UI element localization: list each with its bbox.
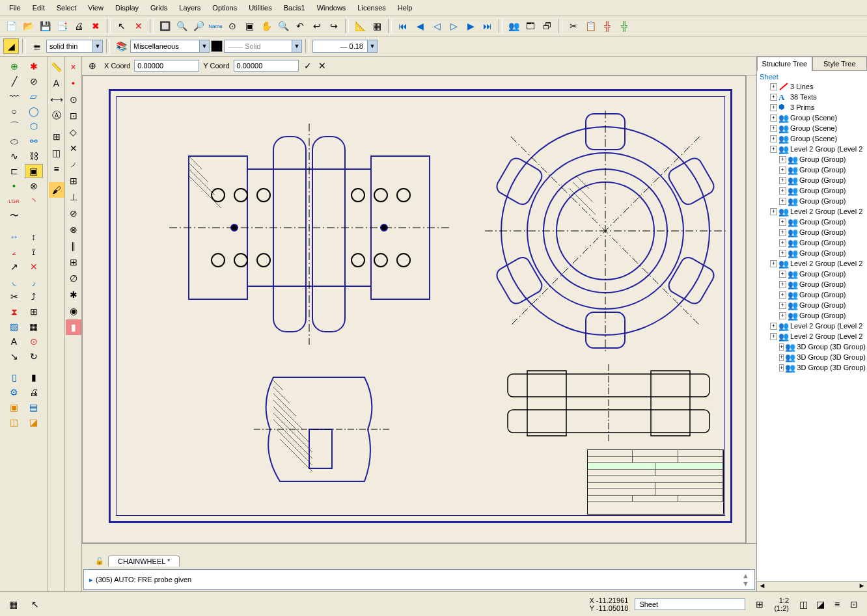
linestyle-combo[interactable]: —— Solid ▼	[224, 40, 302, 53]
last-icon[interactable]: ⏭	[480, 18, 495, 34]
expand-icon[interactable]: +	[770, 146, 777, 153]
tree-scroll-right-icon[interactable]: ►	[857, 582, 867, 591]
expand-icon[interactable]: +	[779, 198, 786, 205]
linetype-combo[interactable]: ▼	[46, 40, 103, 53]
menu-view[interactable]: View	[83, 2, 109, 14]
zoom-extents-icon[interactable]: ▣	[241, 18, 257, 34]
coord-apply-icon[interactable]: ✓	[303, 58, 313, 74]
zoom-window-icon[interactable]: 🔲	[157, 18, 172, 34]
menu-file[interactable]: File	[4, 2, 26, 14]
open-icon[interactable]: 📂	[20, 18, 36, 34]
tree-node[interactable]: +👥Group (Group)	[758, 154, 866, 165]
snap-quad-icon[interactable]: ◇	[66, 124, 81, 140]
zoom-out-icon[interactable]: 🔎	[191, 18, 206, 34]
dim-angle-icon[interactable]: ⦟	[5, 245, 23, 259]
move-icon[interactable]: ↘	[5, 349, 23, 364]
expand-icon[interactable]: +	[779, 167, 786, 174]
expand-icon[interactable]: +	[770, 114, 777, 122]
coord-mode-icon[interactable]: ⊕	[85, 58, 100, 74]
fillet-icon[interactable]: ◟	[5, 275, 23, 289]
constrain-icon[interactable]: ⊞	[49, 129, 64, 144]
pointer-icon[interactable]: ↖	[114, 18, 130, 34]
mirror-icon[interactable]: ⧗	[5, 304, 23, 319]
bezier-icon[interactable]: 〜	[5, 209, 23, 223]
brush-icon[interactable]: 🖌	[49, 182, 64, 198]
status-tree-icon[interactable]: ⊞	[752, 596, 767, 612]
snap2-icon[interactable]: ✱	[25, 59, 43, 74]
layers-icon[interactable]: ≣	[29, 38, 45, 54]
vtext-icon[interactable]: Ⓐ	[49, 108, 64, 124]
dropdown-icon[interactable]: ▼	[292, 40, 301, 52]
dim-h-icon[interactable]: ↔	[5, 230, 23, 244]
dim-v-icon[interactable]: ↕	[25, 230, 43, 244]
tool2-icon[interactable]: ◪	[25, 415, 43, 429]
expand-icon[interactable]: +	[770, 94, 777, 101]
gear-icon[interactable]: ⚙	[5, 385, 23, 399]
delete-icon[interactable]: ✕	[131, 18, 146, 34]
circle-icon[interactable]: ○	[5, 104, 23, 118]
print2-icon[interactable]: 🖨	[25, 385, 43, 399]
line-icon[interactable]: ╱	[5, 74, 23, 88]
tree-node[interactable]: +👥Group (Scene)	[758, 113, 866, 123]
menu-grids[interactable]: Grids	[145, 2, 172, 14]
tree2-icon[interactable]: ╬	[616, 18, 632, 34]
polyline-icon[interactable]: 〰	[5, 89, 23, 103]
text-icon[interactable]: A	[5, 334, 23, 349]
tree-node[interactable]: +A38 Texts	[758, 92, 866, 102]
polygon-icon[interactable]: ⬡	[25, 119, 43, 133]
expand-icon[interactable]: +	[779, 239, 786, 247]
tree-node[interactable]: +👥Group (Scene)	[758, 133, 866, 144]
snap-node-icon[interactable]: ⊡	[66, 108, 81, 124]
distribute-icon[interactable]: ≡	[49, 161, 64, 177]
tree-node[interactable]: +👥Group (Group)	[758, 227, 866, 237]
print-icon[interactable]: 🖨	[71, 18, 87, 34]
tree1-icon[interactable]: ╬	[599, 18, 615, 34]
snap-ins-icon[interactable]: ⊞	[66, 173, 81, 189]
tree-root[interactable]: Sheet	[758, 72, 866, 81]
rect-icon[interactable]: ▱	[25, 89, 43, 103]
arc-icon[interactable]: ⌒	[5, 119, 23, 133]
dropdown-icon[interactable]: ▼	[367, 40, 377, 52]
menu-bacis1[interactable]: Bacis1	[279, 2, 310, 14]
array-icon[interactable]: ⊞	[25, 304, 43, 319]
status-btn1-icon[interactable]: ▦	[5, 596, 21, 612]
tree-node[interactable]: +⬢3 Prims	[758, 102, 866, 113]
save-icon[interactable]: 💾	[37, 18, 53, 34]
sheet-tab[interactable]: CHAINWHEEL *	[108, 556, 180, 567]
tree-node[interactable]: +3 Lines	[758, 81, 866, 92]
tree-node[interactable]: +👥Group (Group)	[758, 217, 866, 227]
status-icon4[interactable]: ⊡	[846, 596, 862, 612]
paste-icon[interactable]: 📋	[583, 18, 598, 34]
expand-icon[interactable]: +	[779, 177, 786, 184]
zoom-realtime-icon[interactable]: 🔍	[275, 18, 291, 34]
tree-node[interactable]: +👥Group (Group)	[758, 196, 866, 206]
expand-icon[interactable]: +	[779, 364, 784, 371]
dim-radius-icon[interactable]: ⟟	[25, 245, 43, 259]
tree-node[interactable]: +👥3D Group (3D Group)	[758, 341, 866, 352]
block1-icon[interactable]: ▯	[5, 370, 23, 384]
dropdown-icon[interactable]: ▼	[92, 40, 102, 52]
tree-node[interactable]: +👥Group (Group)	[758, 248, 866, 258]
extend-icon[interactable]: ⤴	[25, 289, 43, 304]
tree-node[interactable]: +👥Level 2 Group (Level 2	[758, 321, 866, 331]
new-icon[interactable]: 📄	[3, 18, 19, 34]
measure-icon[interactable]: 📐	[352, 18, 368, 34]
zoom-name-icon[interactable]: Name	[208, 18, 223, 34]
menu-windows[interactable]: Windows	[312, 2, 351, 14]
zoom-prev-icon[interactable]: ↶	[292, 18, 308, 34]
snap-tan-icon[interactable]: ⊘	[66, 206, 81, 221]
layer-stack-icon[interactable]: 📚	[113, 38, 129, 54]
expand-icon[interactable]: +	[770, 135, 777, 142]
dim-style-icon[interactable]: ⟷	[49, 92, 64, 107]
menu-licenses[interactable]: Licenses	[352, 2, 391, 14]
snap-all-icon[interactable]: ✱	[66, 287, 81, 302]
tree-node[interactable]: +👥Level 2 Group (Level 2	[758, 144, 866, 154]
trim-icon[interactable]: ✂	[5, 289, 23, 304]
status-icon3[interactable]: ≡	[829, 596, 845, 612]
tree-node[interactable]: +👥Group (Group)	[758, 300, 866, 310]
text-style-icon[interactable]: A	[49, 75, 64, 91]
layer-combo[interactable]: ▼	[130, 40, 210, 53]
tree-node[interactable]: +👥Group (Group)	[758, 310, 866, 321]
window-cascade-icon[interactable]: 🗗	[540, 18, 555, 34]
drawing-canvas[interactable]	[82, 75, 746, 543]
